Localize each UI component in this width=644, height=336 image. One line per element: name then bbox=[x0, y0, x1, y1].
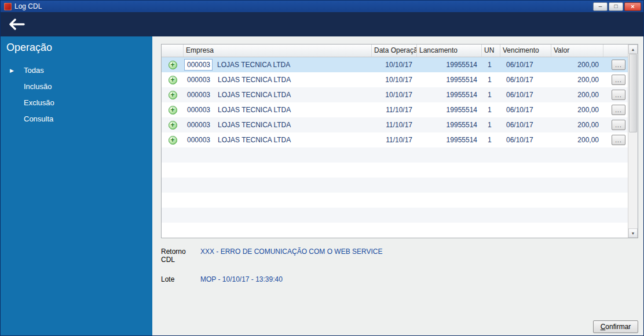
empty-row bbox=[162, 193, 628, 208]
sidebar-item-inclusao[interactable]: Inclusão bbox=[1, 79, 152, 95]
un-cell: 1 bbox=[482, 87, 500, 102]
data-operacao-cell: 10/10/17 bbox=[372, 87, 417, 102]
row-add-cell: + bbox=[162, 57, 184, 72]
grid-header: EmpresaData OperaçãoLancamentoUNVencimen… bbox=[162, 45, 628, 57]
column-header-un[interactable]: UN bbox=[482, 45, 500, 57]
data-operacao-cell: 10/10/17 bbox=[372, 57, 417, 72]
add-icon[interactable]: + bbox=[169, 121, 177, 130]
add-icon[interactable]: + bbox=[169, 76, 177, 84]
valor-cell: 200,00 bbox=[551, 117, 603, 132]
scrollbar-thumb[interactable] bbox=[629, 54, 637, 132]
un-cell: 1 bbox=[482, 72, 500, 87]
retorno-cdl-label: Retorno CDL bbox=[161, 248, 200, 264]
sidebar: Operação ▶TodasInclusãoExclusãoConsulta bbox=[1, 36, 152, 335]
lancamento-cell: 19955514 bbox=[417, 87, 482, 102]
empresa-cell: 000003LOJAS TECNICA LTDA bbox=[184, 87, 372, 102]
row-options-button[interactable]: ... bbox=[612, 120, 625, 130]
scrollbar-track[interactable] bbox=[628, 54, 638, 228]
un-cell: 1 bbox=[482, 102, 500, 117]
lancamento-cell: 19955514 bbox=[417, 117, 482, 132]
active-item-marker-icon: ▶ bbox=[10, 62, 14, 79]
un-cell: 1 bbox=[482, 57, 500, 72]
scroll-down-button[interactable]: ▼ bbox=[628, 228, 638, 238]
row-action-cell: ... bbox=[603, 132, 628, 147]
empty-row bbox=[162, 163, 628, 178]
lancamento-cell: 19955514 bbox=[417, 132, 482, 147]
row-options-button[interactable]: ... bbox=[612, 105, 625, 115]
table-row[interactable]: +000003LOJAS TECNICA LTDA10/10/171995551… bbox=[162, 72, 628, 87]
close-button[interactable]: × bbox=[624, 2, 641, 11]
valor-cell: 200,00 bbox=[551, 57, 603, 72]
row-options-button[interactable]: ... bbox=[612, 60, 625, 70]
title-bar[interactable]: Log CDL – □ × bbox=[1, 1, 643, 12]
empresa-code: 000003 bbox=[187, 136, 213, 144]
empresa-name: LOJAS TECNICA LTDA bbox=[218, 136, 291, 144]
sidebar-item-label: Consulta bbox=[24, 115, 53, 123]
table-row[interactable]: +000003LOJAS TECNICA LTDA11/10/171995551… bbox=[162, 132, 628, 147]
empresa-cell: 000003LOJAS TECNICA LTDA bbox=[184, 57, 372, 72]
column-header-valor[interactable]: Valor bbox=[551, 45, 603, 57]
sidebar-item-exclusao[interactable]: Exclusão bbox=[1, 95, 152, 111]
empresa-name: LOJAS TECNICA LTDA bbox=[218, 106, 291, 114]
window-controls: – □ × bbox=[593, 2, 641, 11]
row-options-button[interactable]: ... bbox=[612, 90, 625, 100]
details-panel: Retorno CDL XXX - ERRO DE COMUNICAÇÃO CO… bbox=[161, 248, 382, 295]
column-header-empresa[interactable]: Empresa bbox=[184, 45, 372, 57]
row-add-cell: + bbox=[162, 87, 184, 102]
table-scrollbar[interactable]: ▲ ▼ bbox=[628, 45, 638, 238]
row-options-button[interactable]: ... bbox=[612, 135, 625, 145]
sidebar-menu: ▶TodasInclusãoExclusãoConsulta bbox=[1, 62, 152, 127]
minimize-button[interactable]: – bbox=[593, 2, 608, 11]
table-row[interactable]: +000003LOJAS TECNICA LTDA11/10/171995551… bbox=[162, 102, 628, 117]
table-row[interactable]: +000003LOJAS TECNICA LTDA11/10/171995551… bbox=[162, 117, 628, 132]
sidebar-item-label: Todas bbox=[24, 66, 44, 75]
content-area: Operação ▶TodasInclusãoExclusãoConsulta … bbox=[1, 36, 643, 335]
add-icon[interactable]: + bbox=[169, 91, 177, 99]
back-button[interactable] bbox=[6, 16, 27, 32]
data-operacao-cell: 11/10/17 bbox=[372, 102, 417, 117]
retorno-cdl-value: XXX - ERRO DE COMUNICAÇÃO COM O WEB SERV… bbox=[200, 248, 382, 264]
empty-row bbox=[162, 223, 628, 238]
add-icon[interactable]: + bbox=[169, 136, 177, 145]
lancamento-cell: 19955514 bbox=[417, 72, 482, 87]
data-operacao-cell: 10/10/17 bbox=[372, 72, 417, 87]
sidebar-title: Operação bbox=[1, 36, 152, 62]
sidebar-item-label: Inclusão bbox=[24, 82, 52, 91]
column-header-empty bbox=[162, 45, 184, 57]
empresa-name: LOJAS TECNICA LTDA bbox=[218, 76, 291, 84]
empresa-code: 000003 bbox=[187, 121, 213, 129]
arrow-left-icon bbox=[9, 19, 25, 30]
empresa-name: LOJAS TECNICA LTDA bbox=[217, 61, 290, 69]
row-options-button[interactable]: ... bbox=[612, 75, 625, 85]
sidebar-item-todas[interactable]: ▶Todas bbox=[1, 62, 152, 79]
column-header-vencimento[interactable]: Vencimento bbox=[500, 45, 551, 57]
row-add-cell: + bbox=[162, 72, 184, 87]
column-header-lancamento[interactable]: Lancamento bbox=[417, 45, 482, 57]
scroll-up-button[interactable]: ▲ bbox=[628, 45, 638, 54]
row-action-cell: ... bbox=[603, 57, 628, 72]
sidebar-item-consulta[interactable]: Consulta bbox=[1, 111, 152, 127]
un-cell: 1 bbox=[482, 117, 500, 132]
app-window: Log CDL – □ × Operação ▶TodasInclusãoExc… bbox=[0, 0, 644, 336]
confirm-button[interactable]: Confirmar bbox=[593, 320, 638, 333]
grid-columns: EmpresaData OperaçãoLancamentoUNVencimen… bbox=[162, 45, 628, 238]
data-operacao-cell: 11/10/17 bbox=[372, 117, 417, 132]
row-action-cell: ... bbox=[603, 117, 628, 132]
retorno-cdl-row: Retorno CDL XXX - ERRO DE COMUNICAÇÃO CO… bbox=[161, 248, 382, 264]
add-icon[interactable]: + bbox=[169, 106, 177, 115]
maximize-button[interactable]: □ bbox=[609, 2, 623, 11]
empresa-code[interactable]: 000003 bbox=[184, 59, 213, 71]
table-row[interactable]: +000003LOJAS TECNICA LTDA10/10/171995551… bbox=[162, 87, 628, 102]
lancamento-cell: 19955514 bbox=[417, 102, 482, 117]
empty-row bbox=[162, 147, 628, 163]
table-row[interactable]: +000003LOJAS TECNICA LTDA10/10/171995551… bbox=[162, 57, 628, 72]
add-icon[interactable]: + bbox=[169, 61, 177, 69]
column-header-empty bbox=[603, 45, 628, 57]
empresa-cell: 000003LOJAS TECNICA LTDA bbox=[184, 117, 372, 132]
column-header-data-operacao[interactable]: Data Operação bbox=[372, 45, 417, 57]
row-add-cell: + bbox=[162, 117, 184, 132]
data-operacao-cell: 11/10/17 bbox=[372, 132, 417, 147]
table-body: +000003LOJAS TECNICA LTDA10/10/171995551… bbox=[162, 57, 628, 238]
lote-row: Lote MOP - 10/10/17 - 13:39:40 bbox=[161, 275, 382, 283]
lancamento-cell: 19955514 bbox=[417, 57, 482, 72]
